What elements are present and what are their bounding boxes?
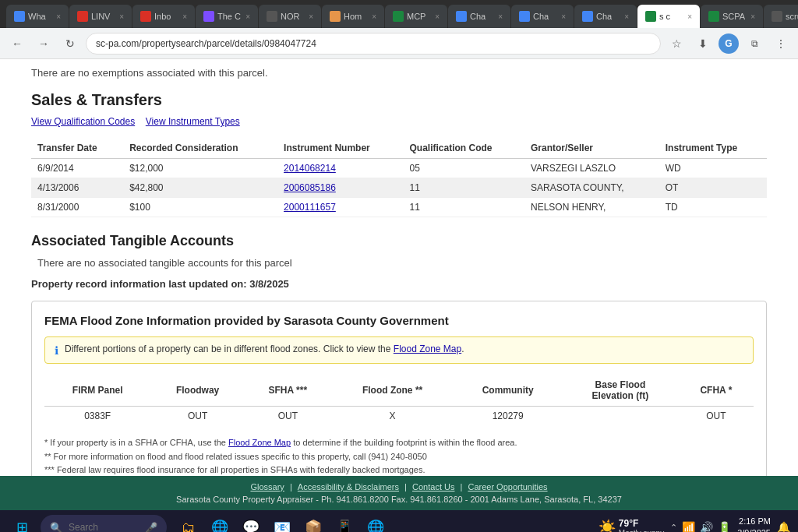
fema-row1-cfha: OUT bbox=[679, 407, 754, 426]
view-instrument-types-link[interactable]: View Instrument Types bbox=[146, 116, 240, 127]
back-button[interactable]: ← bbox=[6, 33, 28, 55]
row2-qual-code: 11 bbox=[404, 178, 524, 198]
tangible-accounts-title: Associated Tangible Accounts bbox=[31, 233, 767, 249]
taskbar: ⊞ 🔍 🎤 🗂 🌐 💬 📧 📦 📱 🌐 ☀️ 79°F Mostly sunny… bbox=[0, 510, 798, 532]
taskbar-search-input[interactable] bbox=[69, 522, 139, 532]
tab-10-label: Cha bbox=[596, 12, 612, 21]
row3-instrument-link[interactable]: 2000111657 bbox=[284, 202, 336, 213]
tab-9-favicon bbox=[519, 11, 530, 22]
sales-transfers-title: Sales & Transfers bbox=[31, 91, 767, 109]
footer-careers-link[interactable]: Career Opportunities bbox=[468, 482, 547, 491]
tab-11-active[interactable]: s c × bbox=[637, 5, 700, 28]
start-button[interactable]: ⊞ bbox=[8, 513, 36, 532]
row2-instrument-link[interactable]: 2006085186 bbox=[284, 182, 336, 193]
col-transfer-date: Transfer Date bbox=[31, 138, 123, 159]
row1-inst-type: WD bbox=[659, 159, 767, 178]
download-button[interactable]: ⬇ bbox=[692, 33, 714, 55]
tab-7-close[interactable]: × bbox=[435, 12, 440, 21]
tab-10-close[interactable]: × bbox=[624, 12, 629, 21]
flood-zone-map-link-banner[interactable]: Flood Zone Map bbox=[394, 344, 461, 354]
battery-icon[interactable]: 🔋 bbox=[718, 521, 731, 532]
tab-13[interactable]: scru × bbox=[764, 5, 798, 28]
tab-2-label: LINV bbox=[91, 12, 110, 21]
taskbar-search-box[interactable]: 🔍 🎤 bbox=[41, 515, 167, 532]
sep-2: | bbox=[404, 482, 409, 491]
taskbar-teams-icon[interactable]: 💬 bbox=[237, 513, 265, 532]
reload-button[interactable]: ↻ bbox=[59, 33, 81, 55]
address-bar[interactable]: sc-pa.com/propertysearch/parcel/details/… bbox=[86, 33, 661, 55]
tab-12-close[interactable]: × bbox=[750, 12, 755, 21]
tab-12-label: SCPA bbox=[722, 12, 745, 21]
footer-address: Sarasota County Property Appraiser - Ph.… bbox=[16, 495, 782, 504]
tab-8[interactable]: Cha × bbox=[448, 5, 510, 28]
tab-1[interactable]: Wha × bbox=[6, 5, 69, 28]
fema-row1-floodway: OUT bbox=[150, 407, 245, 426]
tab-4[interactable]: The C × bbox=[196, 5, 258, 28]
address-text: sc-pa.com/propertysearch/parcel/details/… bbox=[96, 38, 316, 49]
taskbar-app1-icon[interactable]: 📦 bbox=[299, 513, 327, 532]
volume-icon[interactable]: 🔊 bbox=[700, 521, 713, 532]
tab-10-favicon bbox=[582, 11, 593, 22]
network-icon[interactable]: 📶 bbox=[682, 521, 695, 532]
fema-col-flood-zone: Flood Zone ** bbox=[331, 375, 454, 407]
mic-icon: 🎤 bbox=[145, 522, 157, 533]
col-recorded-consideration: Recorded Consideration bbox=[123, 138, 277, 159]
row3-date: 8/31/2000 bbox=[31, 198, 123, 217]
tab-9-close[interactable]: × bbox=[561, 12, 566, 21]
view-qualification-codes-link[interactable]: View Qualification Codes bbox=[31, 116, 135, 127]
tab-10[interactable]: Cha × bbox=[574, 5, 637, 28]
table-row: 4/13/2006 $42,800 2006085186 11 SARASOTA… bbox=[31, 178, 767, 198]
tab-6[interactable]: Hom × bbox=[322, 5, 384, 28]
fema-banner-text: Different portions of a property can be … bbox=[65, 344, 464, 354]
tab-5[interactable]: NOR × bbox=[259, 5, 321, 28]
no-tangible-accounts-text: There are no associated tangible account… bbox=[37, 257, 767, 269]
weather-info: 79°F Mostly sunny bbox=[619, 518, 664, 533]
tab-9[interactable]: Cha × bbox=[511, 5, 574, 28]
page-content: There are no exemptions associated with … bbox=[0, 59, 798, 476]
bookmark-button[interactable]: ☆ bbox=[666, 33, 687, 55]
taskbar-chrome-icon[interactable]: 🌐 bbox=[362, 513, 390, 532]
taskbar-clock[interactable]: 2:16 PM 3/9/2025 bbox=[737, 516, 771, 532]
tab-11-label: s c bbox=[659, 12, 670, 21]
tab-3-favicon bbox=[140, 11, 151, 22]
windows-logo-icon: ⊞ bbox=[16, 519, 28, 532]
row2-inst-type: OT bbox=[659, 178, 767, 198]
row1-instrument-link[interactable]: 2014068214 bbox=[284, 163, 336, 174]
row3-grantor: NELSON HENRY, bbox=[524, 198, 659, 217]
tab-1-close[interactable]: × bbox=[56, 12, 61, 21]
menu-button[interactable]: ⋮ bbox=[770, 33, 792, 55]
footnote-2: ** For more information on flood and flo… bbox=[44, 450, 754, 464]
forward-button[interactable]: → bbox=[33, 33, 55, 55]
tab-9-label: Cha bbox=[533, 12, 549, 21]
footer-glossary-link[interactable]: Glossary bbox=[250, 482, 284, 491]
taskbar-android-icon[interactable]: 📱 bbox=[330, 513, 358, 532]
tab-3[interactable]: Inbo × bbox=[132, 5, 195, 28]
tab-3-close[interactable]: × bbox=[182, 12, 187, 21]
footer-accessibility-link[interactable]: Accessibility & Disclaimers bbox=[298, 482, 399, 491]
tab-11-close[interactable]: × bbox=[687, 12, 692, 21]
footer-contact-link[interactable]: Contact Us bbox=[412, 482, 454, 491]
tab-5-label: NOR bbox=[281, 12, 299, 21]
row1-instrument: 2014068214 bbox=[277, 159, 403, 178]
tab-7[interactable]: MCP × bbox=[385, 5, 447, 28]
sep-1: | bbox=[290, 482, 295, 491]
taskbar-edge-icon[interactable]: 🌐 bbox=[206, 513, 234, 532]
notification-icon[interactable]: 🔔 bbox=[777, 521, 790, 532]
extensions-button[interactable]: ⧉ bbox=[743, 33, 765, 55]
flood-zone-map-link-fn1[interactable]: Flood Zone Map bbox=[228, 438, 291, 447]
tab-6-close[interactable]: × bbox=[372, 12, 376, 21]
clock-date: 3/9/2025 bbox=[737, 527, 771, 532]
taskbar-outlook-icon[interactable]: 📧 bbox=[268, 513, 296, 532]
tab-12[interactable]: SCPA × bbox=[701, 5, 763, 28]
tab-2[interactable]: LINV × bbox=[69, 5, 132, 28]
fema-flood-zone-box: FEMA Flood Zone Information provided by … bbox=[31, 301, 767, 476]
tab-2-close[interactable]: × bbox=[119, 12, 124, 21]
profile-icon[interactable]: G bbox=[719, 33, 739, 54]
tab-5-close[interactable]: × bbox=[309, 12, 313, 21]
tab-4-close[interactable]: × bbox=[245, 12, 250, 21]
tab-3-label: Inbo bbox=[154, 12, 171, 21]
tab-8-close[interactable]: × bbox=[498, 12, 503, 21]
fema-col-base-flood: Base FloodElevation (ft) bbox=[562, 375, 679, 407]
taskbar-file-explorer-icon[interactable]: 🗂 bbox=[175, 513, 203, 532]
tray-up-arrow-icon[interactable]: ⌃ bbox=[670, 523, 677, 533]
